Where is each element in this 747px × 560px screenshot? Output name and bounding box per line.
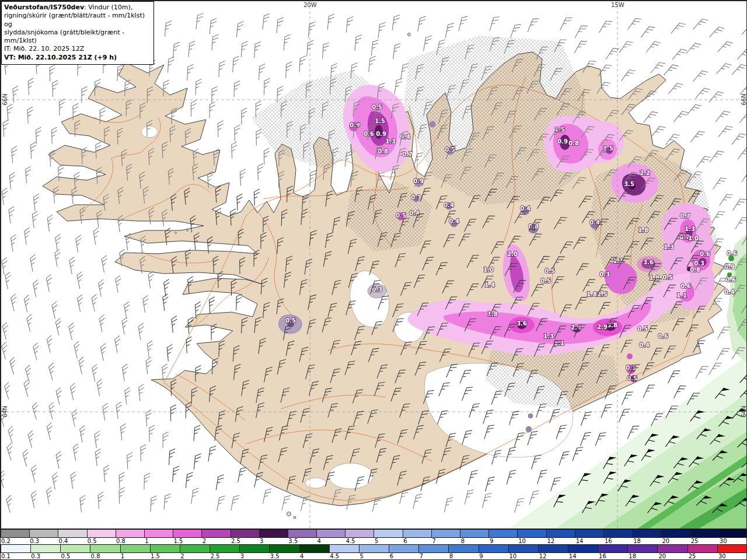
precip-value-label: 0.6 xyxy=(680,283,691,289)
precip-value-label: 1.8 xyxy=(487,311,498,317)
legend-tick-value: 12 xyxy=(546,538,575,544)
precip-value-label: 0.7 xyxy=(402,151,413,158)
legend-tick-value: 4 xyxy=(317,538,345,544)
legend-tick-value: 0.2 xyxy=(1,538,29,544)
legend-tick-value: 0.3 xyxy=(29,538,58,544)
precip-value-label: 0.4 xyxy=(639,342,650,348)
legend-tick-value: 2.5 xyxy=(210,553,239,559)
title-line-1-rest: : Vindur (10m), xyxy=(84,4,132,11)
precip-value-label: 0.9 xyxy=(413,178,424,184)
legend-cell xyxy=(173,530,202,537)
valid-time: VT: Mið. 22.10.2025 21Z (+9 h) xyxy=(4,54,150,62)
longitude-label-20w: 20W xyxy=(303,2,317,8)
legend-cell xyxy=(359,545,389,552)
precip-value-label: 1.5 xyxy=(603,145,613,152)
legend-tick-value: 14 xyxy=(568,553,598,559)
precip-value-label: 0.6 xyxy=(658,333,668,340)
legend-tick-value: 25 xyxy=(690,538,719,544)
precip-value-label: 3.6 xyxy=(516,320,527,327)
legend-tick-value: 16 xyxy=(604,538,633,544)
legend-cell xyxy=(598,545,628,552)
legend-tick-value: 0.5 xyxy=(60,553,90,559)
precip-legend: 0.20.30.40.50.811.522.533.544.5567891012… xyxy=(1,529,747,560)
legend-cell xyxy=(61,545,90,552)
legend-tick-value: 16 xyxy=(598,553,628,559)
precip-value-label: 0.8 xyxy=(568,140,579,146)
precip-value-label: 1.8 xyxy=(587,291,597,298)
legend-tick-value: 0.8 xyxy=(116,538,144,544)
legend-tick-value: 12 xyxy=(539,553,568,559)
legend-cell xyxy=(31,545,61,552)
precip-value-label: 0.5 xyxy=(285,317,296,324)
title-line-3: slydda/snjókoma (grátt/bleikt/grænt - mm… xyxy=(4,29,150,46)
legend-tick-value: 1.5 xyxy=(150,553,180,559)
legend-tick-value: 30 xyxy=(718,553,747,559)
island xyxy=(408,33,411,36)
legend-cell xyxy=(690,530,719,537)
precip-value-label: 0.6 xyxy=(700,251,710,257)
precip-value-label: 3.6 xyxy=(643,259,654,265)
precip-value-label: 0.7 xyxy=(680,213,690,219)
legend-cell xyxy=(460,530,489,537)
legend-tick-value: 5 xyxy=(374,538,403,544)
legend-tick-value: 0.3 xyxy=(30,553,60,559)
legend-tick-value: 7 xyxy=(432,538,460,544)
precip-value-label: 0.9 xyxy=(557,138,568,145)
legend-tick-labels: 0.10.30.50.811.522.533.544.5567891012141… xyxy=(1,553,747,559)
legend-cell xyxy=(658,545,687,552)
precip-value-label: 0.4 xyxy=(724,289,735,295)
legend-cell xyxy=(489,530,518,537)
legend-cell xyxy=(547,530,575,537)
legend-cell xyxy=(90,545,120,552)
precip-value-label: 0.4 xyxy=(409,210,420,216)
legend-tick-value: 6 xyxy=(389,553,419,559)
legend-tick-value: 18 xyxy=(633,538,661,544)
precip-value-label: 1.8 xyxy=(649,275,659,281)
legend-cell xyxy=(260,530,288,537)
precip-value-label: 2.9 xyxy=(597,324,608,330)
latitude-label-left-66n: 66N xyxy=(2,93,8,105)
precip-value-label: 1.8 xyxy=(638,227,648,233)
precip-value-label: 1.5 xyxy=(375,118,385,124)
precip-value-label: 1.3 xyxy=(685,226,695,232)
legend-tick-value: 1 xyxy=(120,553,150,559)
legend-tick-value: 0.4 xyxy=(58,538,86,544)
legend-cell xyxy=(575,530,604,537)
title-line-1: Veðurstofan/IS750dev: Vindur (10m), xyxy=(4,4,150,12)
legend-tick-value: 18 xyxy=(628,553,658,559)
legend-tick-value: 6 xyxy=(403,538,431,544)
legend-cell xyxy=(317,530,345,537)
precip-value-label: 0.5 xyxy=(540,278,551,284)
legend-tick-value: 30 xyxy=(719,538,747,544)
precip-value-label: 0.6 xyxy=(725,276,736,283)
precip-value-label: 2.0 xyxy=(507,251,518,257)
legend-cell xyxy=(432,530,460,537)
legend-cell xyxy=(288,530,317,537)
latitude-label-right-66n: 66N xyxy=(741,93,747,105)
legend-cell xyxy=(419,545,449,552)
legend-color-bar xyxy=(1,544,747,553)
legend-cell xyxy=(330,545,359,552)
precip-value-label: 1.4 xyxy=(484,282,495,288)
legend-color-bar xyxy=(1,529,747,538)
legend-cell xyxy=(688,545,718,552)
precip-value-label: 0.3 xyxy=(599,271,610,278)
legend-cell xyxy=(121,545,151,552)
legend-cell xyxy=(210,545,240,552)
island xyxy=(175,232,177,234)
legend-cell xyxy=(1,530,30,537)
legend-tick-value: 0.1 xyxy=(1,553,30,559)
precip-value-label: 0.3 xyxy=(694,260,704,267)
legend-cell xyxy=(145,530,173,537)
island xyxy=(294,516,296,519)
legend-tick-value: 0.5 xyxy=(87,538,116,544)
legend-cell xyxy=(202,530,231,537)
legend-cell xyxy=(374,530,403,537)
legend-tick-value: 2.5 xyxy=(231,538,259,544)
island xyxy=(187,230,189,232)
legend-cell xyxy=(718,545,747,552)
legend-tick-value: 10 xyxy=(508,553,538,559)
island xyxy=(287,512,291,516)
latitude-label-right-64n: 64N xyxy=(741,405,747,417)
legend-tick-labels: 0.20.30.40.50.811.522.533.544.5567891012… xyxy=(1,538,747,544)
